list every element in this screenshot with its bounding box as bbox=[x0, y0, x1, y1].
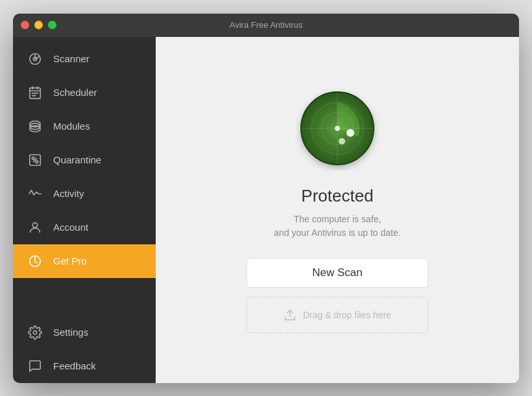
sidebar-item-settings[interactable]: Settings bbox=[13, 316, 156, 349]
svg-point-14 bbox=[32, 157, 34, 159]
activity-icon bbox=[26, 185, 44, 203]
app-window: Avira Free Antivirus Scanner bbox=[13, 14, 519, 383]
sidebar-nav: Scanner Scheduler bbox=[13, 37, 156, 383]
sidebar-item-label: Quarantine bbox=[53, 154, 101, 165]
window-controls bbox=[21, 21, 56, 29]
window-title: Avira Free Antivirus bbox=[230, 20, 302, 30]
sidebar-item-scanner[interactable]: Scanner bbox=[13, 42, 156, 76]
sidebar-item-label: Get Pro bbox=[53, 255, 87, 266]
svg-point-27 bbox=[335, 126, 340, 131]
scanner-icon bbox=[26, 50, 44, 68]
sidebar: Scanner Scheduler bbox=[13, 37, 156, 383]
svg-point-15 bbox=[36, 160, 38, 163]
get-pro-icon bbox=[26, 252, 44, 270]
sidebar-item-feedback[interactable]: Feedback bbox=[13, 349, 156, 383]
minimize-button[interactable] bbox=[34, 21, 43, 29]
new-scan-button[interactable]: New Scan bbox=[247, 258, 428, 288]
sidebar-item-label: Scanner bbox=[53, 53, 90, 64]
titlebar: Avira Free Antivirus bbox=[13, 14, 519, 37]
drag-drop-label: Drag & drop files here bbox=[303, 310, 391, 320]
sidebar-item-label: Settings bbox=[53, 327, 88, 338]
sidebar-item-scheduler[interactable]: Scheduler bbox=[13, 76, 156, 110]
quarantine-icon bbox=[26, 151, 44, 169]
close-button[interactable] bbox=[21, 21, 29, 29]
svg-point-17 bbox=[32, 222, 37, 227]
status-title: Protected bbox=[301, 186, 373, 206]
modules-icon bbox=[26, 117, 44, 135]
sidebar-item-activity[interactable]: Activity bbox=[13, 177, 156, 211]
drag-drop-area[interactable]: Drag & drop files here bbox=[247, 297, 428, 333]
sidebar-item-quarantine[interactable]: Quarantine bbox=[13, 143, 156, 177]
sidebar-item-get-pro[interactable]: Get Pro bbox=[13, 244, 156, 278]
sidebar-item-label: Account bbox=[53, 222, 88, 233]
feedback-icon bbox=[26, 357, 44, 375]
app-body: Scanner Scheduler bbox=[13, 37, 519, 383]
settings-icon bbox=[26, 323, 44, 342]
svg-point-28 bbox=[346, 129, 354, 137]
sidebar-item-label: Modules bbox=[53, 121, 90, 132]
account-icon bbox=[26, 218, 44, 237]
maximize-button[interactable] bbox=[48, 21, 56, 29]
svg-point-29 bbox=[339, 138, 345, 145]
sidebar-item-modules[interactable]: Modules bbox=[13, 110, 156, 143]
upload-icon bbox=[284, 309, 296, 321]
sidebar-item-label: Feedback bbox=[53, 360, 96, 371]
main-content: Protected The computer is safe, and your… bbox=[156, 37, 519, 383]
radar-graphic bbox=[295, 86, 380, 170]
svg-point-20 bbox=[33, 331, 37, 334]
status-subtitle: The computer is safe, and your Antivirus… bbox=[274, 213, 400, 240]
sidebar-item-account[interactable]: Account bbox=[13, 211, 156, 244]
sidebar-item-label: Activity bbox=[53, 188, 84, 199]
scheduler-icon bbox=[26, 84, 44, 102]
sidebar-item-label: Scheduler bbox=[53, 87, 97, 98]
